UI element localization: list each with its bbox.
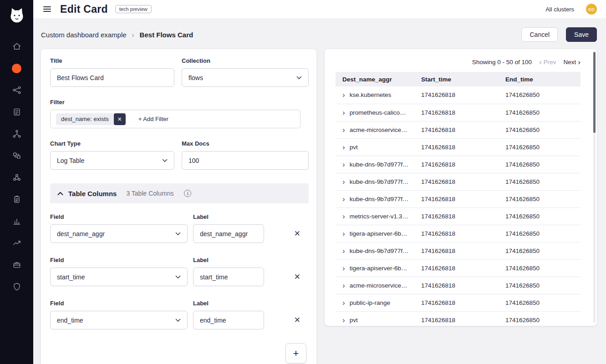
activity-icon[interactable] <box>0 232 33 254</box>
end-time-value: 1741626850 <box>502 173 581 190</box>
table-row[interactable]: › tigera-apiserver-6b… 1741626818 174162… <box>336 225 581 242</box>
sidebar <box>0 0 33 364</box>
breadcrumb-parent[interactable]: Custom dashboard example <box>41 31 127 39</box>
table-row[interactable]: › tigera-apiserver-6b… 1741626818 174162… <box>336 259 581 277</box>
app-root: Edit Card tech preview All clusters CC C… <box>0 0 606 364</box>
collection-select[interactable]: flows <box>182 68 309 87</box>
expand-row-icon[interactable]: › <box>342 178 345 186</box>
table-columns-section-toggle[interactable]: Table Columns 3 Table Columns i <box>50 183 309 203</box>
filter-input[interactable]: dest_name: exists ✕ + Add Filter <box>50 110 300 128</box>
expand-row-icon[interactable]: › <box>342 264 345 272</box>
apps-icon[interactable] <box>0 254 33 276</box>
end-time-value: 1741626850 <box>502 138 581 156</box>
start-time-value: 1741626818 <box>418 259 502 277</box>
expand-row-icon[interactable]: › <box>342 161 345 168</box>
expand-row-icon[interactable]: › <box>342 230 345 238</box>
start-time-value: 1741626818 <box>418 173 502 190</box>
endpoints-icon[interactable] <box>0 145 33 167</box>
max-docs-input[interactable] <box>182 151 309 170</box>
start-time-value: 1741626818 <box>418 277 502 294</box>
title-input[interactable] <box>50 68 174 87</box>
table-header-cell: End_time <box>502 72 581 86</box>
chart-type-label: Chart Type <box>50 140 174 147</box>
start-time-value: 1741626818 <box>418 156 502 173</box>
table-row[interactable]: › kube-dns-9b7d977f… 1741626818 17416268… <box>336 190 581 207</box>
chevron-down-icon <box>175 318 181 322</box>
table-row[interactable]: › pvt 1741626818 1741626850 <box>336 311 581 326</box>
start-time-value: 1741626818 <box>418 207 502 225</box>
dashboards-icon[interactable] <box>0 57 33 79</box>
expand-row-icon[interactable]: › <box>342 195 345 203</box>
field-label: Field <box>50 300 188 307</box>
label-input[interactable] <box>193 268 264 286</box>
save-button[interactable]: Save <box>566 27 597 42</box>
field-select[interactable]: dest_name_aggr <box>50 224 188 243</box>
chevron-up-icon <box>57 192 63 196</box>
chart-type-select[interactable]: Log Table <box>50 151 174 170</box>
dest-name-value: kube-dns-9b7d977f… <box>350 161 409 168</box>
home-icon[interactable] <box>0 35 33 57</box>
expand-row-icon[interactable]: › <box>342 143 345 151</box>
expand-row-icon[interactable]: › <box>342 109 345 116</box>
remove-filter-icon[interactable]: ✕ <box>114 113 126 125</box>
network-sets-icon[interactable] <box>0 123 33 145</box>
service-graph-icon[interactable] <box>0 79 33 101</box>
clusters-icon[interactable] <box>0 167 33 188</box>
start-time-value: 1741626818 <box>418 138 502 156</box>
remove-column-icon[interactable]: ✕ <box>292 228 302 239</box>
filter-label: Filter <box>50 99 309 106</box>
info-icon: i <box>184 190 191 197</box>
page-title: Edit Card <box>60 3 108 15</box>
table-row[interactable]: › metrics-server-v1.3… 1741626818 174162… <box>336 207 581 225</box>
expand-row-icon[interactable]: › <box>342 247 345 255</box>
cluster-selector[interactable]: All clusters <box>545 6 574 13</box>
table-header-row: Dest_name_aggrStart_timeEnd_time <box>336 72 581 86</box>
expand-row-icon[interactable]: › <box>342 126 345 134</box>
dest-name-value: tigera-apiserver-6b… <box>350 230 407 237</box>
field-select[interactable]: end_time <box>50 311 188 329</box>
table-columns-list: Field dest_name_aggr Label <box>50 213 309 329</box>
tech-preview-badge: tech preview <box>115 5 152 13</box>
avatar[interactable]: CC <box>586 4 597 15</box>
expand-row-icon[interactable]: › <box>342 212 345 220</box>
expand-row-icon[interactable]: › <box>342 282 345 289</box>
table-header-cell: Dest_name_aggr <box>336 72 418 86</box>
expand-row-icon[interactable]: › <box>342 316 345 324</box>
table-row[interactable]: › acme-microservice… 1741626818 17416268… <box>336 121 581 138</box>
expand-row-icon[interactable]: › <box>342 91 345 99</box>
compliance-icon[interactable] <box>0 188 33 210</box>
label-input[interactable] <box>193 224 264 243</box>
reports-icon[interactable] <box>0 210 33 232</box>
table-row[interactable]: › pvt 1741626818 1741626850 <box>336 138 581 156</box>
cancel-button[interactable]: Cancel <box>521 27 558 42</box>
table-row[interactable]: › public-ip-range 1741626818 1741626850 <box>336 294 581 311</box>
calico-logo[interactable] <box>7 5 27 27</box>
table-column-editor: Field dest_name_aggr Label <box>50 213 309 243</box>
table-row[interactable]: › kube-dns-9b7d977f… 1741626818 17416268… <box>336 242 581 259</box>
dest-name-value: public-ip-range <box>350 299 390 306</box>
end-time-value: 1741626850 <box>502 259 581 277</box>
policies-icon[interactable] <box>0 101 33 123</box>
end-time-value: 1741626850 <box>502 277 581 294</box>
expand-row-icon[interactable]: › <box>342 299 345 307</box>
security-icon[interactable] <box>0 276 33 298</box>
next-page-button[interactable]: Next › <box>564 58 581 66</box>
label-input[interactable] <box>193 311 264 329</box>
table-row[interactable]: › acme-microservice… 1741626818 17416268… <box>336 277 581 294</box>
remove-column-icon[interactable]: ✕ <box>292 271 302 283</box>
table-row[interactable]: › kube-dns-9b7d977f… 1741626818 17416268… <box>336 173 581 190</box>
start-time-value: 1741626818 <box>418 294 502 311</box>
prev-page-button[interactable]: ‹ Prev <box>539 58 556 66</box>
end-time-value: 1741626850 <box>502 294 581 311</box>
remove-column-icon[interactable]: ✕ <box>292 314 302 326</box>
scrollbar-thumb[interactable] <box>593 52 596 133</box>
table-row[interactable]: › prometheus-calico… 1741626818 17416268… <box>336 104 581 121</box>
add-column-button[interactable]: + <box>285 343 306 364</box>
table-row[interactable]: › kube-dns-9b7d977f… 1741626818 17416268… <box>336 156 581 173</box>
field-select[interactable]: start_time <box>50 268 188 286</box>
table-row[interactable]: › kse.kubernetes 1741626818 1741626850 <box>336 86 581 104</box>
dest-name-value: pvt <box>350 317 358 324</box>
field-label: Field <box>50 213 188 220</box>
add-filter-button[interactable]: + Add Filter <box>138 116 168 122</box>
menu-toggle-icon[interactable] <box>41 4 54 15</box>
